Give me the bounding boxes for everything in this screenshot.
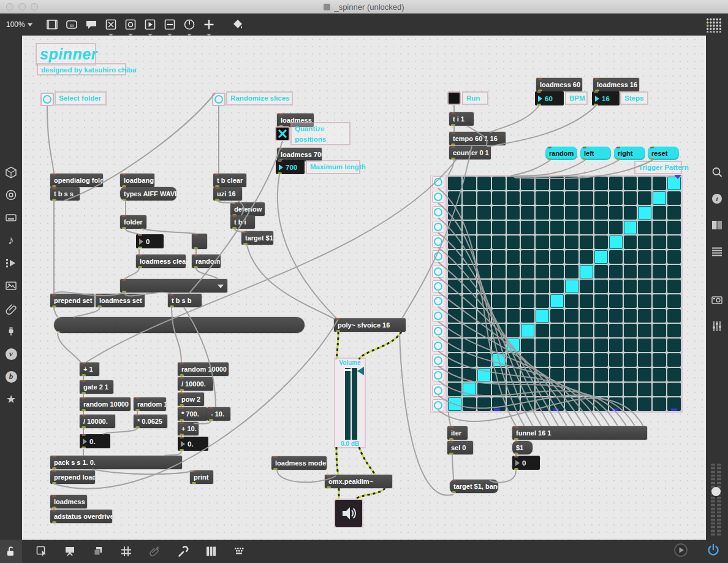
grid-snap-button[interactable] (115, 540, 137, 563)
matrix-cell[interactable] (507, 339, 520, 352)
matrix-cell[interactable] (638, 265, 651, 278)
matrix-cell[interactable] (653, 177, 666, 190)
matrix-cell[interactable] (653, 397, 666, 411)
matrix-cell[interactable] (448, 324, 461, 337)
matrix-cell[interactable] (653, 294, 666, 308)
object-folder[interactable]: folder (120, 215, 146, 229)
matrix-cell[interactable] (580, 368, 593, 381)
matrix-cell[interactable] (565, 294, 578, 308)
new-number-button[interactable] (123, 17, 138, 33)
matrix-cell[interactable] (550, 294, 564, 308)
matrix-cell[interactable] (624, 309, 637, 323)
target-icon[interactable] (4, 188, 18, 202)
matrix-cell[interactable] (448, 191, 461, 205)
matrix-cell[interactable] (653, 324, 666, 337)
matrix-cell[interactable] (536, 265, 549, 278)
matrix-cell[interactable] (624, 324, 637, 337)
object-div-10000-b[interactable]: / 10000. (178, 377, 213, 391)
row-toggle[interactable] (432, 310, 444, 322)
bpm-numberbox[interactable]: 60 (535, 91, 564, 105)
matrix-cell[interactable] (550, 250, 564, 264)
matrix-cell[interactable] (609, 339, 623, 352)
matrix-cell[interactable] (477, 280, 491, 293)
lock-toggle-button[interactable] (0, 540, 22, 563)
matrix-cell[interactable] (463, 339, 476, 352)
edit-select-button[interactable] (31, 540, 53, 563)
matrix-cell[interactable] (477, 191, 491, 205)
matrix-cell[interactable] (507, 397, 520, 411)
float-numberbox-b[interactable]: 0. (178, 437, 208, 451)
matrix-cell[interactable] (448, 177, 461, 190)
matrix-cell[interactable] (609, 368, 623, 381)
matrix-cell[interactable] (667, 324, 681, 337)
matrix-cell[interactable] (594, 368, 608, 381)
matrix-cell[interactable] (521, 177, 534, 190)
object-random[interactable]: random (192, 255, 221, 268)
matrix-cell[interactable] (492, 206, 506, 220)
matrix-cell[interactable] (653, 250, 666, 264)
row-toggle[interactable] (432, 250, 444, 262)
matrix-cell[interactable] (477, 397, 491, 411)
matrix-cell[interactable] (594, 280, 608, 293)
matrix-cell[interactable] (492, 265, 506, 278)
matrix-cell[interactable] (624, 206, 637, 220)
matrix-cell[interactable] (594, 339, 608, 352)
matrix-cell[interactable] (492, 294, 506, 308)
object-loadmess-set[interactable]: loadmess set (96, 294, 145, 307)
matrix-cell[interactable] (477, 177, 491, 190)
matrix-cell[interactable] (521, 339, 534, 352)
matrix-cell[interactable] (463, 250, 476, 264)
matrix-cell[interactable] (653, 383, 666, 396)
object-div-10000-a[interactable]: / 10000. (80, 415, 115, 428)
matrix-cell[interactable] (594, 383, 608, 396)
matrix-cell[interactable] (638, 294, 651, 308)
object-loadmess-mode[interactable]: loadmess mode 1 (271, 456, 327, 470)
object-opendialog[interactable]: opendialog fold (50, 174, 103, 187)
matrix-cell[interactable] (448, 397, 461, 411)
object-target-1[interactable]: target $1 (241, 231, 273, 245)
matrix-cell[interactable] (507, 324, 520, 337)
object-counter[interactable]: counter 0 1 8 (449, 146, 491, 159)
matrix-cell[interactable] (536, 383, 549, 396)
attach-plus-button[interactable] (143, 540, 165, 563)
object-loadbang[interactable]: loadbang (120, 174, 154, 187)
object-palette-icon[interactable] (706, 18, 722, 33)
umenu-dropdown[interactable] (120, 279, 227, 293)
matrix-cell[interactable] (609, 309, 623, 323)
matrix-cell[interactable] (492, 368, 506, 381)
matrix-cell[interactable] (565, 250, 578, 264)
matrix-cell[interactable] (448, 309, 461, 323)
matrix-cell[interactable] (565, 368, 578, 381)
matrix-cell[interactable] (638, 383, 651, 396)
matrix-cell[interactable] (536, 191, 549, 205)
matrix-cell[interactable] (565, 383, 578, 396)
matrix-cell[interactable] (667, 236, 681, 249)
matrix-cell[interactable] (638, 353, 651, 367)
media-playlist-icon[interactable] (4, 256, 18, 270)
matrix-cell[interactable] (653, 280, 666, 293)
matrix-cell[interactable] (507, 250, 520, 264)
audio-power-button[interactable] (706, 543, 721, 560)
new-dial-button[interactable] (181, 17, 197, 33)
matrix-cell[interactable] (565, 397, 578, 411)
row-toggle[interactable] (432, 385, 444, 397)
steps-comment[interactable]: Steps (620, 91, 648, 105)
matrix-cell[interactable] (638, 280, 651, 293)
matrix-cell[interactable] (565, 353, 578, 367)
matrix-cell[interactable] (521, 368, 534, 381)
matrix-cell[interactable] (477, 309, 491, 323)
matrix-cell[interactable] (638, 191, 651, 205)
matrix-cell[interactable] (521, 324, 534, 337)
object-t-b-s-b[interactable]: t b s b (168, 294, 202, 307)
matrix-cell[interactable] (594, 294, 608, 308)
sidebar-panels-icon[interactable] (710, 218, 724, 232)
matrix-cell[interactable] (477, 324, 491, 337)
matrix-cell[interactable] (624, 191, 637, 205)
matrix-cell[interactable] (507, 221, 520, 234)
matrix-cell[interactable] (580, 265, 593, 278)
matrix-cell[interactable] (550, 177, 564, 190)
matrix-cell[interactable] (521, 309, 534, 323)
matrix-cell[interactable] (565, 191, 578, 205)
new-object-button[interactable] (44, 17, 60, 33)
object-tempo[interactable]: tempo 60 1 16 (449, 132, 506, 145)
